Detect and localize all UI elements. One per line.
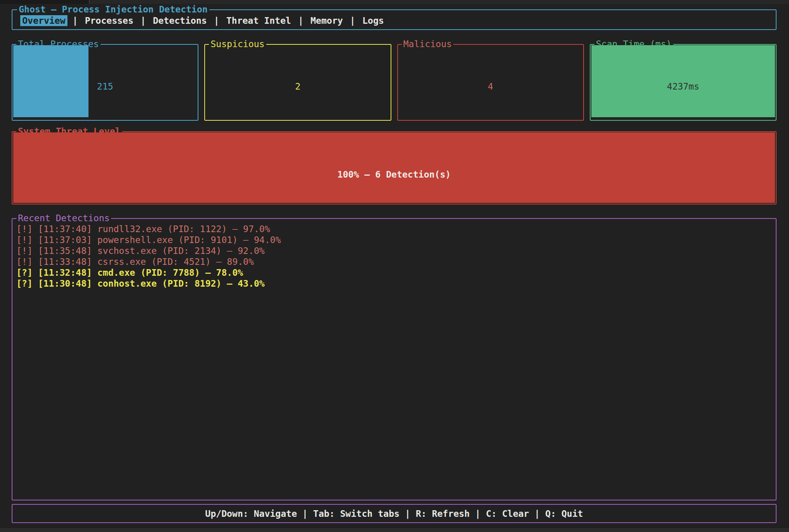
suspicious-value: 2 xyxy=(206,81,389,92)
stats-row: Total Processes 215 Suspicious 2 Malicio… xyxy=(12,44,777,121)
tab-processes[interactable]: Processes xyxy=(83,15,136,26)
malicious-value: 4 xyxy=(399,81,582,92)
total-processes-gauge: 215 xyxy=(13,45,197,117)
tab-separator: | xyxy=(140,16,146,26)
threat-level-gauge: 100% — 6 Detection(s) xyxy=(13,132,775,203)
tab-threat-intel[interactable]: Threat Intel xyxy=(224,15,293,26)
scan-time-gauge: 4237ms xyxy=(591,45,775,117)
detections-list: [!] [11:37:40] rundll32.exe (PID: 1122) … xyxy=(12,219,776,289)
tab-overview[interactable]: Overview xyxy=(20,15,67,26)
detection-row[interactable]: [?] [11:32:48] cmd.exe (PID: 7788) — 78.… xyxy=(16,267,776,278)
help-bar-frame: Up/Down: Navigate | Tab: Switch tabs | R… xyxy=(12,504,777,523)
terminal-bottom-edge xyxy=(0,528,789,532)
suspicious-gauge: 2 xyxy=(206,45,389,117)
detection-row[interactable]: [!] [11:33:48] csrss.exe (PID: 4521) — 8… xyxy=(16,256,776,267)
detection-row[interactable]: [?] [11:30:48] conhost.exe (PID: 8192) —… xyxy=(16,278,776,289)
stat-malicious: Malicious 4 xyxy=(397,44,584,121)
stat-total-processes: Total Processes 215 xyxy=(12,44,198,121)
app-title: Ghost — Process Injection Detection xyxy=(17,4,209,14)
scan-time-value: 4237ms xyxy=(591,81,775,92)
stat-scan-time: Scan Time (ms) 4237ms xyxy=(590,44,777,121)
threat-level-label: 100% — 6 Detection(s) xyxy=(13,169,775,180)
detection-row[interactable]: [!] [11:35:48] svchost.exe (PID: 2134) —… xyxy=(16,245,776,256)
threat-level-gauge-fill xyxy=(13,132,775,203)
stat-suspicious: Suspicious 2 xyxy=(204,44,391,121)
total-processes-value: 215 xyxy=(13,81,197,92)
terminal-top-edge xyxy=(0,0,789,4)
detection-row[interactable]: [!] [11:37:40] rundll32.exe (PID: 1122) … xyxy=(16,224,776,234)
tab-separator: | xyxy=(73,16,78,26)
detection-row[interactable]: [!] [11:37:03] powershell.exe (PID: 9101… xyxy=(16,234,776,245)
tab-logs[interactable]: Logs xyxy=(360,15,386,26)
tab-separator: | xyxy=(214,16,219,26)
tab-separator: | xyxy=(350,16,356,26)
system-threat-level-frame: System Threat Level 100% — 6 Detection(s… xyxy=(12,131,777,204)
app-window-frame: Ghost — Process Injection Detection Over… xyxy=(12,9,777,30)
malicious-gauge: 4 xyxy=(399,45,582,117)
recent-detections-frame: Recent Detections [!] [11:37:40] rundll3… xyxy=(12,218,777,500)
terminal-screen: Ghost — Process Injection Detection Over… xyxy=(0,0,789,532)
tab-detections[interactable]: Detections xyxy=(151,15,209,26)
recent-detections-title: Recent Detections xyxy=(16,213,111,223)
help-bar-text: Up/Down: Navigate | Tab: Switch tabs | R… xyxy=(12,505,776,522)
terminal-tab-notch xyxy=(0,0,90,4)
tab-separator: | xyxy=(298,16,304,26)
tab-memory[interactable]: Memory xyxy=(309,15,345,26)
